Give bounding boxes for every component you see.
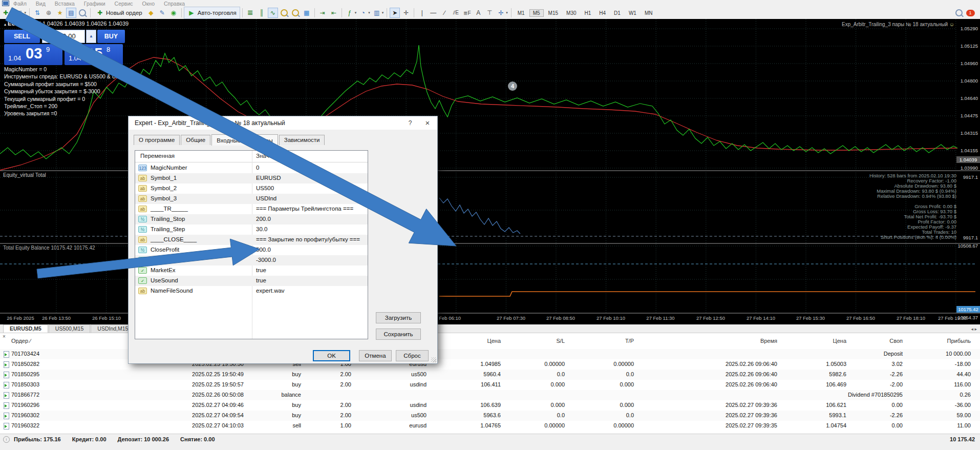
param-row[interactable]: abSymbol_3USDInd xyxy=(135,194,368,204)
dialog-tab-3[interactable]: Зависимости xyxy=(279,135,325,145)
new-chart-dropdown-icon[interactable]: ▾ xyxy=(11,11,13,15)
auto-scroll-icon[interactable]: ⇥ xyxy=(317,8,328,18)
chart-tab-1[interactable]: US500,M15 xyxy=(49,324,90,333)
candlestick-chart-icon[interactable]: ║ xyxy=(257,8,267,18)
equidistant-channel-icon[interactable]: ⫽E xyxy=(451,8,461,18)
param-row[interactable]: ab____TR_____=== Параметры Трейлингстопа… xyxy=(135,204,368,214)
crosshair-icon[interactable]: ✛ xyxy=(401,8,411,18)
param-value[interactable]: EURUSD xyxy=(256,175,281,181)
templates-dropdown-icon[interactable]: ▾ xyxy=(382,11,384,15)
param-value[interactable]: true xyxy=(256,267,266,273)
history-column-header[interactable]: Цена xyxy=(487,338,501,344)
volume-down-button[interactable]: ▼ xyxy=(42,30,52,43)
history-row[interactable]: 7019603222025.02.27 04:10:03sell1.00euru… xyxy=(0,421,980,431)
ok-button[interactable]: OK xyxy=(313,350,350,361)
chart-shift-icon[interactable]: ⇤ xyxy=(329,8,339,18)
param-row[interactable]: 123MagicNumber0 xyxy=(135,163,368,173)
zoom-in-icon[interactable] xyxy=(279,8,289,18)
menu-item-3[interactable]: Графики xyxy=(84,1,105,7)
fibonacci-icon[interactable]: ≣F xyxy=(462,8,472,18)
param-value[interactable]: -3000.0 xyxy=(256,257,276,263)
history-column-header[interactable]: S/L xyxy=(556,338,565,344)
timeframe-h4[interactable]: H4 xyxy=(595,9,609,17)
autotrading-button[interactable]: ▶ Авто-торговля xyxy=(184,7,240,19)
timeframe-m30[interactable]: M30 xyxy=(563,9,580,17)
tab-scroll-buttons[interactable]: ◂ ▸ xyxy=(971,326,977,332)
history-row[interactable]: 7018667722025.02.26 00:50:08balanceDivid… xyxy=(0,390,980,400)
param-value[interactable]: === Параметры Трейлингстопа === xyxy=(256,206,353,212)
zoom-out-icon[interactable] xyxy=(290,8,301,18)
param-row[interactable]: ab____CLOSE____=== Закрытие по профиту/у… xyxy=(135,235,368,245)
history-column-header[interactable]: T/P xyxy=(625,338,634,344)
buy-button[interactable]: BUY xyxy=(97,30,125,43)
history-column-header[interactable]: Своп xyxy=(889,338,903,344)
dialog-tab-0[interactable]: О программе xyxy=(134,135,180,145)
menu-item-5[interactable]: Окно xyxy=(142,1,155,7)
new-chart-icon[interactable]: ✚ xyxy=(1,8,11,18)
periods-dropdown-icon[interactable]: ▾ xyxy=(368,11,370,15)
resize-grip[interactable] xyxy=(431,357,436,362)
timeframe-mn[interactable]: MN xyxy=(641,9,656,17)
param-row[interactable]: ✓UseSoundtrue xyxy=(135,276,368,286)
bar-chart-icon[interactable]: 𝌆 xyxy=(245,8,255,18)
notifications-icon[interactable]: 1 xyxy=(965,8,975,18)
profiles-icon[interactable]: ▦ xyxy=(14,8,25,18)
history-column-header[interactable]: Цена xyxy=(833,338,846,344)
column-variable[interactable]: Переменная xyxy=(140,153,175,159)
save-button[interactable]: Сохранить xyxy=(376,329,421,340)
templates-icon[interactable]: ▥ xyxy=(372,8,382,18)
sell-button[interactable]: SELL xyxy=(4,30,40,43)
metaeditor-icon[interactable]: ✎ xyxy=(157,8,167,18)
param-value[interactable]: 30.0 xyxy=(256,226,267,232)
column-value[interactable]: Значение xyxy=(256,153,282,159)
volume-input[interactable]: 2.00 xyxy=(53,30,85,43)
load-button[interactable]: Загрузить xyxy=(376,312,421,323)
param-row[interactable]: ✓MarketExtrue xyxy=(135,265,368,276)
cursor-icon[interactable]: ➤ xyxy=(390,8,400,18)
param-value[interactable]: 200.0 xyxy=(256,216,271,222)
profiles-dropdown-icon[interactable]: ▾ xyxy=(25,11,27,15)
menu-item-2[interactable]: Вставка xyxy=(55,1,75,7)
chart-tab-0[interactable]: EURUSD,M5 xyxy=(3,324,48,333)
history-column-header[interactable]: Ордер ∕ xyxy=(11,338,31,344)
timeframe-h1[interactable]: H1 xyxy=(581,9,595,17)
indicators-icon[interactable]: ƒ xyxy=(345,8,355,18)
timeframe-w1[interactable]: W1 xyxy=(625,9,640,17)
periods-icon[interactable]: ◔ xyxy=(358,8,368,18)
dialog-tab-1[interactable]: Общие xyxy=(181,135,210,145)
menu-item-6[interactable]: Справка xyxy=(164,1,185,7)
param-row[interactable]: ½Trailing_Stop200.0 xyxy=(135,214,368,224)
menu-item-0[interactable]: Файл xyxy=(13,1,27,7)
cancel-button[interactable]: Отмена xyxy=(359,350,392,361)
data-window-icon[interactable]: ⊕ xyxy=(44,8,54,18)
param-row[interactable]: ½-3000.0 xyxy=(135,255,368,265)
text-icon[interactable]: A xyxy=(473,8,483,18)
text-label-icon[interactable]: ⊤ xyxy=(484,8,495,18)
vertical-line-icon[interactable]: | xyxy=(417,8,427,18)
signals-icon[interactable]: ◉ xyxy=(168,8,179,18)
horizontal-line-icon[interactable]: — xyxy=(428,8,438,18)
param-value[interactable]: expert.wav xyxy=(256,288,285,294)
toolbox-icon[interactable]: ▤ xyxy=(66,8,76,18)
timeframe-m5[interactable]: M5 xyxy=(529,9,544,17)
menu-item-1[interactable]: Вид xyxy=(36,1,46,7)
param-value[interactable]: === Закрытие по профиту/убытку === xyxy=(256,236,360,242)
menu-item-4[interactable]: Сервис xyxy=(115,1,133,7)
timeframe-m1[interactable]: M1 xyxy=(514,9,528,17)
navigator-icon[interactable]: ★ xyxy=(55,8,65,18)
volume-up-button[interactable]: ▲ xyxy=(86,30,96,43)
collapse-triangle-icon[interactable]: ▴ xyxy=(4,22,6,27)
param-row[interactable]: ½Trailing_Step30.0 xyxy=(135,224,368,235)
param-row[interactable]: abNameFileSoundexpert.wav xyxy=(135,286,368,296)
ea-smiley-icon[interactable]: ☺ xyxy=(949,22,954,27)
trendline-icon[interactable]: ∕ xyxy=(439,8,450,18)
param-value[interactable]: 500.0 xyxy=(256,247,271,253)
dialog-help-button[interactable]: ? xyxy=(401,116,419,130)
param-row[interactable]: abSymbol_1EURUSD xyxy=(135,173,368,183)
new-order-button[interactable]: ✚ Новый ордер xyxy=(93,7,145,18)
dialog-close-button[interactable]: × xyxy=(419,116,436,130)
timeframe-d1[interactable]: D1 xyxy=(610,9,624,17)
strategy-tester-icon[interactable] xyxy=(77,8,88,18)
metaquotes-icon[interactable]: ◆ xyxy=(146,8,156,18)
param-value[interactable]: US500 xyxy=(256,185,274,191)
